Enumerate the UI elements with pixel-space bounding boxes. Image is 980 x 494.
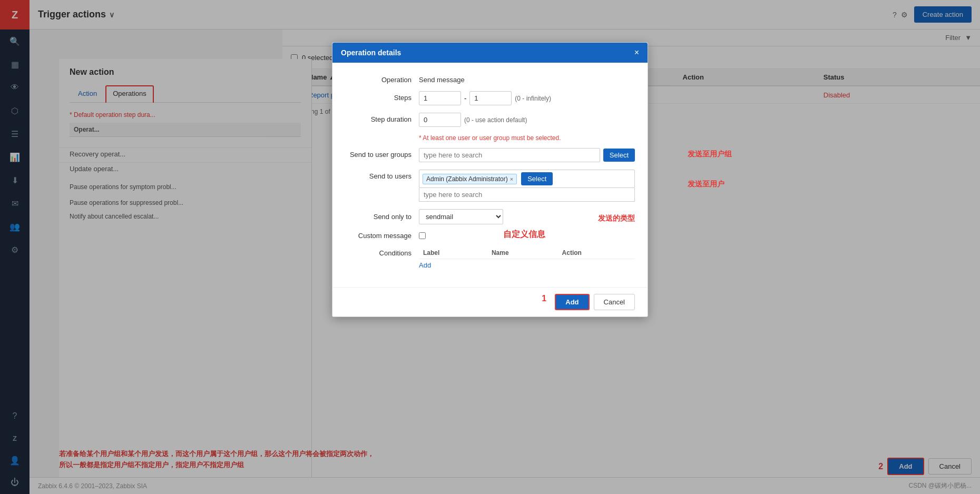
modal-header: Operation details × — [332, 43, 648, 63]
send-users-content: Admin (Zabbix Administrator) × Select — [419, 170, 635, 202]
modal-number-1: 1 — [542, 294, 546, 310]
step-from-input[interactable] — [419, 91, 461, 105]
modal-overlay: Operation details × Operation Send messa… — [0, 0, 980, 494]
step-duration-label: Step duration — [345, 113, 419, 123]
annotation-send-users: 发送至用户 — [688, 180, 724, 189]
operation-label: Operation — [345, 73, 419, 84]
custom-msg-checkbox[interactable] — [419, 232, 426, 239]
cond-col-action: Action — [558, 247, 635, 259]
custom-message-row: Custom message — [345, 232, 635, 240]
annotation-send-groups: 发送至用户组 — [688, 150, 732, 159]
modal-cancel-button[interactable]: Cancel — [594, 294, 635, 310]
steps-inputs: - (0 - infinitely) — [419, 91, 635, 105]
send-users-label: Send to users — [345, 170, 419, 180]
send-to-users-row: Send to users Admin (Zabbix Administrato… — [345, 170, 635, 202]
steps-row: Steps - (0 - infinitely) — [345, 91, 635, 105]
conditions-row: Conditions Label Name Action Add — [345, 247, 635, 269]
send-groups-search[interactable] — [419, 148, 600, 162]
send-only-row: Send only to sendmail email sms — [345, 209, 635, 224]
user-tag-admin: Admin (Zabbix Administrator) × — [423, 174, 517, 184]
conditions-content: Label Name Action Add — [419, 247, 635, 269]
modal-footer: 1 Add Cancel — [332, 287, 648, 317]
steps-dash: - — [464, 94, 466, 102]
users-search-input[interactable] — [419, 188, 635, 202]
modal-add-button[interactable]: Add — [555, 294, 589, 310]
conditions-table: Label Name Action — [419, 247, 635, 259]
steps-hint: (0 - infinitely) — [515, 95, 551, 102]
modal-close-button[interactable]: × — [634, 48, 639, 57]
send-groups-select-btn[interactable]: Select — [603, 149, 635, 162]
step-to-input[interactable] — [469, 91, 512, 105]
annotation-send-type: 发送的类型 — [598, 214, 635, 223]
send-users-select-btn[interactable]: Select — [521, 172, 553, 185]
send-to-groups-row: Send to user groups Select — [345, 148, 635, 162]
users-tags-box: Admin (Zabbix Administrator) × Select — [419, 170, 635, 188]
send-only-select[interactable]: sendmail email sms — [419, 209, 503, 224]
conditions-label: Conditions — [345, 247, 419, 269]
warning-text: * At least one user or user group must b… — [419, 134, 635, 142]
send-only-label: Send only to — [345, 213, 419, 221]
cond-col-name: Name — [487, 247, 558, 259]
modal-title: Operation details — [341, 48, 401, 57]
custom-msg-label: Custom message — [345, 232, 419, 240]
steps-label: Steps — [345, 91, 419, 102]
cond-col-label: Label — [419, 247, 487, 259]
step-duration-hint: (0 - use action default) — [464, 116, 527, 124]
step-duration-inputs: (0 - use action default) — [419, 113, 635, 127]
annotation-custom-msg: 自定义信息 — [503, 229, 545, 240]
user-tag-label: Admin (Zabbix Administrator) — [426, 175, 508, 183]
operation-details-modal: Operation details × Operation Send messa… — [332, 42, 648, 317]
operation-value: Send message — [419, 73, 635, 84]
operation-row: Operation Send message — [345, 73, 635, 84]
tag-remove-btn[interactable]: × — [510, 176, 513, 182]
conditions-add-link[interactable]: Add — [419, 261, 431, 269]
step-duration-input[interactable] — [419, 113, 461, 127]
step-duration-row: Step duration (0 - use action default) — [345, 113, 635, 127]
modal-body: Operation Send message Steps - (0 - infi… — [332, 63, 648, 287]
send-groups-label: Send to user groups — [345, 148, 419, 159]
send-groups-content: Select — [419, 148, 635, 162]
